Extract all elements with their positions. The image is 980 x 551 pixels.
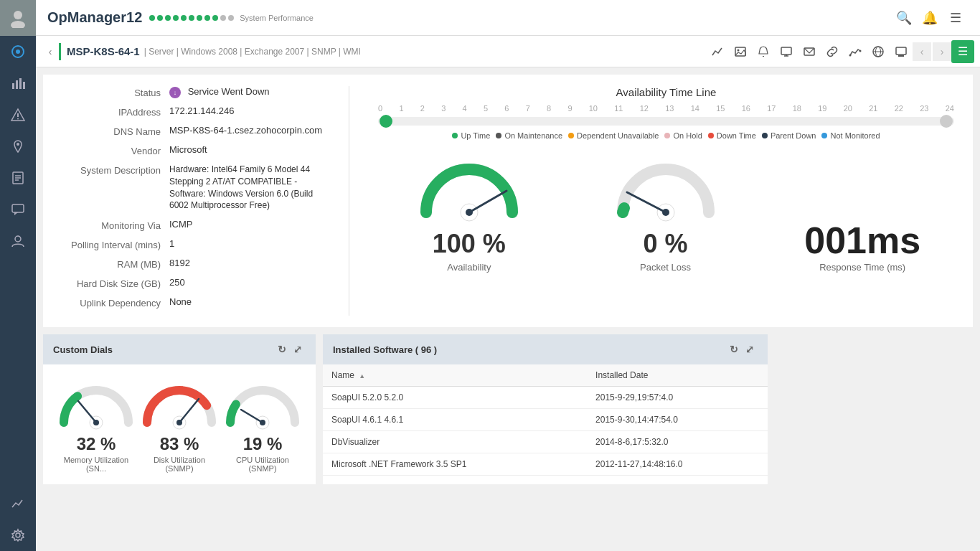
alert-icon[interactable] — [752, 40, 775, 63]
software-date: 2015-9-29,19:57:4.0 — [587, 387, 768, 409]
svg-point-3 — [16, 50, 20, 54]
dot-6 — [189, 15, 194, 21]
legend-maintenance: On Maintenance — [496, 131, 562, 140]
packet-loss-gauge-svg — [608, 151, 723, 223]
legend-notmonitored: Not Monitored — [821, 131, 880, 140]
software-header: Installed Software ( 96 ) ↻ ⤢ — [323, 334, 768, 364]
timeline-start-dot — [380, 115, 392, 128]
disk-label: Disk Utilization (SNMP) — [143, 456, 215, 473]
sidebar-item-settings[interactable] — [0, 519, 36, 551]
monitor-icon[interactable] — [775, 40, 798, 63]
availability-gauge-svg — [412, 151, 527, 223]
nav-back-icon[interactable]: ‹ — [42, 43, 59, 60]
ram-label: RAM (MB) — [55, 258, 169, 270]
dot-10 — [220, 15, 226, 21]
svg-point-41 — [93, 420, 99, 425]
packet-loss-label: Packet Loss — [640, 262, 691, 273]
svg-point-47 — [260, 420, 265, 425]
graph-icon[interactable] — [844, 40, 867, 63]
table-row: DbVisualizer2014-8-6,17:5:32.0 — [323, 431, 768, 453]
status-row: Status ↓ Service Went Down — [55, 86, 327, 98]
link-icon[interactable] — [821, 40, 844, 63]
response-time-container: 001ms Response Time (ms) — [804, 219, 920, 273]
chart-icon[interactable] — [706, 40, 729, 63]
cpu-value: 19 % — [243, 434, 283, 454]
svg-point-26 — [849, 54, 852, 56]
email-icon[interactable] — [798, 40, 821, 63]
dns-value: MSP-K8S-64-1.csez.zohocorpin.com — [169, 125, 327, 136]
cpu-gauge: 19 % CPU Utilization (SNMP) — [223, 376, 302, 473]
legend-parentdown-dot — [762, 133, 768, 138]
disk-gauge-svg — [140, 376, 219, 430]
legend-notmonitored-dot — [821, 133, 827, 138]
ip-label: IPAddress — [55, 105, 169, 118]
expand-icon[interactable]: ⤢ — [290, 342, 306, 357]
device-info-table: Status ↓ Service Went Down IPAddress 172… — [55, 86, 327, 316]
software-name: SoapUI 5.2.0 5.2.0 — [323, 387, 587, 409]
dot-2 — [157, 15, 163, 21]
svg-rect-5 — [16, 80, 18, 89]
polling-label: Polling Interval (mins) — [55, 238, 169, 250]
packet-loss-value: 0 % — [644, 229, 688, 259]
timeline-legend: Up Time On Maintenance Dependent Unavail… — [371, 131, 961, 140]
software-date: 2015-9-30,14:47:54.0 — [587, 409, 768, 431]
sidebar-item-chat[interactable] — [0, 194, 36, 225]
sidebar-item-location[interactable] — [0, 131, 36, 162]
timeline-numbers: 0123456789101112131415161718192021222324 — [378, 104, 954, 113]
table-row: Microsoft .NET Framework 3.5 SP12012-11-… — [323, 453, 768, 476]
custom-dials-body: 32 % Memory Utilization (SN... — [43, 364, 316, 484]
software-expand-icon[interactable]: ⤢ — [742, 342, 758, 357]
svg-point-1 — [11, 21, 25, 28]
software-refresh-icon[interactable]: ↻ — [726, 342, 742, 357]
disk-value: 250 — [169, 277, 327, 288]
menu-icon[interactable]: ☰ — [943, 5, 969, 31]
custom-dials-header: Custom Dials ↻ ⤢ — [43, 334, 316, 364]
vendor-value: Microsoft — [169, 144, 327, 155]
prev-arrow[interactable]: ‹ — [913, 42, 931, 61]
availability-title: Availability Time Line — [371, 86, 961, 98]
polling-row: Polling Interval (mins) 1 — [55, 238, 327, 250]
uplink-row: Uplink Dependency None — [55, 296, 327, 309]
refresh-icon[interactable]: ↻ — [274, 342, 290, 357]
vendor-label: Vendor — [55, 144, 169, 156]
ip-row: IPAddress 172.21.144.246 — [55, 105, 327, 118]
divider — [349, 86, 349, 316]
sidebar-item-analytics[interactable] — [0, 488, 36, 519]
user-avatar[interactable] — [0, 0, 36, 36]
response-time-label: Response Time (ms) — [819, 262, 905, 273]
software-panel: Installed Software ( 96 ) ↻ ⤢ Name ▲ Ins… — [323, 334, 768, 484]
software-name: DbVisualizer — [323, 431, 587, 453]
cpu-gauge-svg — [223, 376, 302, 430]
monitoring-row: Monitoring Via ICMP — [55, 219, 327, 231]
dot-3 — [165, 15, 171, 21]
software-table: Name ▲ Installed Date SoapUI 5.2.0 5.2.0… — [323, 364, 768, 476]
breadcrumb-separator — [59, 43, 61, 60]
dot-5 — [181, 15, 187, 21]
svg-rect-31 — [896, 47, 906, 55]
ram-row: RAM (MB) 8192 — [55, 258, 327, 270]
svg-point-44 — [176, 420, 182, 425]
search-icon[interactable]: 🔍 — [891, 5, 917, 31]
table-row: SoapUI 5.2.0 5.2.02015-9-29,19:57:4.0 — [323, 387, 768, 409]
svg-rect-19 — [735, 47, 745, 56]
sidebar-item-user[interactable] — [0, 225, 36, 257]
globe-icon[interactable] — [867, 40, 890, 63]
svg-point-18 — [16, 533, 20, 537]
availability-gauge: 100 % Availability — [412, 151, 527, 273]
next-arrow[interactable]: › — [933, 42, 951, 61]
timeline-bar — [378, 117, 954, 126]
bell-icon[interactable]: 🔔 — [917, 5, 943, 31]
sidebar-item-dashboard[interactable] — [0, 36, 36, 67]
memory-value: 32 % — [77, 434, 116, 454]
sidebar-item-alerts[interactable] — [0, 99, 36, 131]
svg-line-43 — [179, 399, 199, 423]
sidebar-item-reports[interactable] — [0, 162, 36, 194]
legend-uptime-dot — [452, 133, 458, 138]
svg-rect-4 — [12, 83, 14, 89]
screen-icon[interactable] — [890, 40, 913, 63]
image-icon[interactable] — [729, 40, 752, 63]
ip-value: 172.21.144.246 — [169, 105, 327, 116]
hamburger-icon[interactable]: ☰ — [951, 40, 974, 63]
vendor-row: Vendor Microsoft — [55, 144, 327, 156]
sidebar-item-performance[interactable] — [0, 67, 36, 99]
